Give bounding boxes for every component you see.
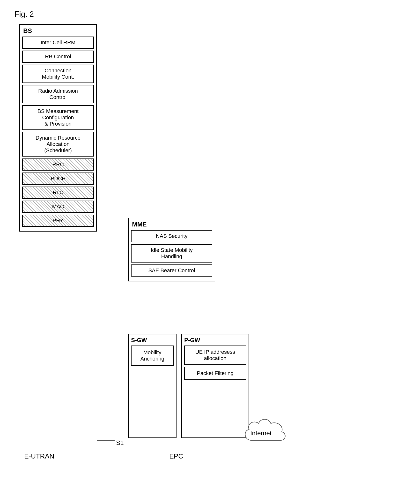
connection-mobility-box: ConnectionMobility Cont. bbox=[22, 65, 94, 83]
bs-container: BS Inter Cell RRM RB Control ConnectionM… bbox=[19, 24, 97, 232]
rlc-box: RLC bbox=[22, 187, 94, 199]
internet-label: Internet bbox=[250, 429, 272, 437]
rrc-box: RRC bbox=[22, 158, 94, 171]
pgw-container: P-GW UE IP addresessallocation Packet Fi… bbox=[181, 334, 249, 438]
sgw-container: S-GW MobilityAnchoring bbox=[128, 334, 177, 438]
mme-container: MME NAS Security Idle State MobilityHand… bbox=[128, 218, 215, 281]
eutran-label: E-UTRAN bbox=[24, 452, 54, 460]
mobility-anchoring-box: MobilityAnchoring bbox=[131, 346, 174, 366]
mac-box: MAC bbox=[22, 201, 94, 213]
rb-control-box: RB Control bbox=[22, 51, 94, 63]
s1-horizontal-line bbox=[97, 440, 115, 441]
bs-label: BS bbox=[22, 27, 94, 35]
s1-label: S1 bbox=[116, 439, 124, 447]
phy-box: PHY bbox=[22, 215, 94, 227]
figure-label: Fig. 2 bbox=[15, 10, 34, 19]
dynamic-resource-box: Dynamic ResourceAllocation(Scheduler) bbox=[22, 132, 94, 157]
sgw-label: S-GW bbox=[131, 337, 174, 344]
mme-label: MME bbox=[131, 221, 212, 228]
pdcp-box: PDCP bbox=[22, 173, 94, 185]
epc-label: EPC bbox=[169, 452, 183, 460]
bs-measurement-box: BS MeasurementConfiguration& Provision bbox=[22, 105, 94, 130]
inter-cell-rrm-box: Inter Cell RRM bbox=[22, 37, 94, 49]
ue-ip-box: UE IP addresessallocation bbox=[184, 346, 246, 365]
radio-admission-box: Radio AdmissionControl bbox=[22, 85, 94, 103]
nas-security-box: NAS Security bbox=[131, 230, 212, 242]
idle-state-mobility-box: Idle State MobilityHandling bbox=[131, 244, 212, 263]
pgw-label: P-GW bbox=[184, 337, 246, 344]
s1-dashed-line bbox=[114, 131, 114, 462]
packet-filtering-box: Packet Filtering bbox=[184, 367, 246, 380]
sae-bearer-control-box: SAE Bearer Control bbox=[131, 264, 212, 277]
